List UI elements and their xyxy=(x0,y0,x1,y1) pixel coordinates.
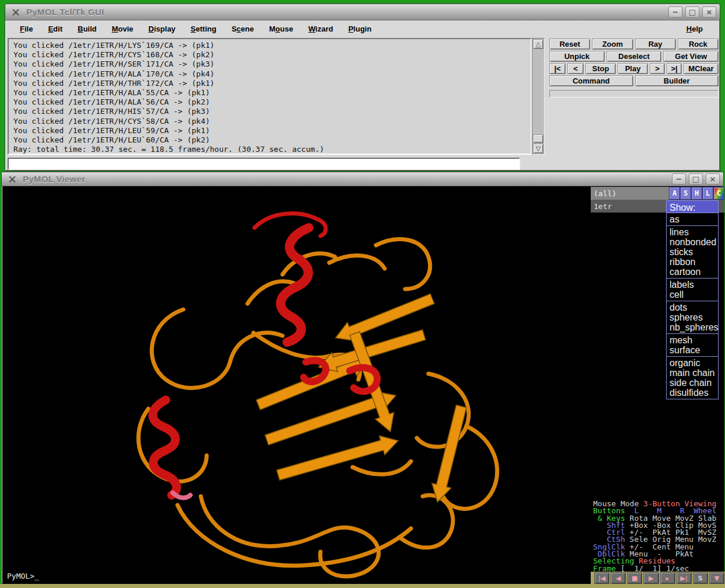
gui-button-panel: ResetZoomRayRock UnpickDeselectGet View … xyxy=(549,39,719,98)
movie-control-button[interactable]: Play xyxy=(618,63,648,74)
object-menu-button[interactable]: H xyxy=(691,187,702,200)
show-menu-item-main-chain[interactable]: main chain xyxy=(667,368,718,378)
playback-button[interactable]: ▸ xyxy=(660,572,675,584)
object-menu-button[interactable]: C xyxy=(713,187,724,200)
panel-button[interactable]: Zoom xyxy=(592,39,633,50)
viewer-titlebar[interactable]: ✕ PyMOL Viewer −□× xyxy=(2,172,723,186)
viewer-window: ✕ PyMOL Viewer −□× xyxy=(1,172,724,584)
gui-titlebar[interactable]: ✕ PyMOL Tcl/Tk GUI −□× xyxy=(5,4,720,20)
window-control-button[interactable]: □ xyxy=(685,6,699,18)
output-log[interactable]: You clicked /1etr/1ETR/H/LYS`169/CA -> (… xyxy=(8,38,532,155)
bottom-strip xyxy=(0,584,725,588)
movie-control-button[interactable]: < xyxy=(567,63,584,74)
panel-button[interactable]: Unpick xyxy=(549,51,605,62)
gui-window-title: PyMOL Tcl/Tk GUI xyxy=(26,7,104,17)
show-menu-title: Show: xyxy=(667,201,718,213)
show-menu-group: meshsurface xyxy=(667,333,718,356)
playback-button[interactable]: ◀ xyxy=(611,572,626,584)
show-menu-item-surface[interactable]: surface xyxy=(667,345,718,355)
object-name[interactable]: (all) xyxy=(594,189,616,198)
button-row-4: CommandBuilder xyxy=(549,75,719,86)
object-row-all[interactable]: (all) ASHLC xyxy=(591,187,724,200)
scrollbar-up-icon[interactable]: △ xyxy=(533,39,543,49)
show-menu-item-spheres[interactable]: spheres xyxy=(667,312,718,322)
playback-button[interactable]: ▶ xyxy=(643,572,658,584)
movie-control-button[interactable]: |< xyxy=(549,63,566,74)
menubar-item[interactable]: Movie xyxy=(104,25,141,33)
gui-window-controls: −□× xyxy=(668,6,716,18)
viewer-content: (all) ASHLC 1etr Show: aslinesnonbondeds… xyxy=(2,187,723,583)
log-line: You clicked /1etr/1ETR/H/SER`171/CA -> (… xyxy=(13,60,531,69)
show-menu-group: labelscell xyxy=(667,278,718,301)
menubar-item[interactable]: Edit xyxy=(40,25,70,33)
movie-control-button[interactable]: MClear xyxy=(684,63,719,74)
show-menu-item-nb_spheres[interactable]: nb_spheres xyxy=(667,322,718,332)
show-menu-item-cell[interactable]: cell xyxy=(667,290,718,300)
help-menu: Help xyxy=(679,25,710,33)
menubar-item[interactable]: Build xyxy=(70,25,104,33)
menubar-item[interactable]: File xyxy=(12,25,40,33)
scrollbar-down-icon[interactable]: ▽ xyxy=(533,144,543,154)
playback-button[interactable]: ▶| xyxy=(677,572,692,584)
show-menu-groups: aslinesnonbondedsticksribboncartoonlabel… xyxy=(667,213,718,399)
show-menu-item-disulfides[interactable]: disulfides xyxy=(667,388,718,398)
log-line: You clicked /1etr/1ETR/H/THR`172/CA -> (… xyxy=(13,79,531,88)
menubar-items: FileEditBuildMovieDisplaySettingSceneMou… xyxy=(12,25,379,33)
command-input[interactable] xyxy=(8,158,520,170)
menubar-item[interactable]: Mouse xyxy=(262,25,301,33)
menubar-item[interactable]: Wizard xyxy=(301,25,341,33)
movie-control-button[interactable]: >| xyxy=(667,63,682,74)
show-menu-item-side-chain[interactable]: side chain xyxy=(667,378,718,388)
show-menu-item-lines[interactable]: lines xyxy=(667,227,718,237)
viewer-command-prompt[interactable]: PyMOL>_ xyxy=(7,572,39,580)
playback-button[interactable]: ▼ xyxy=(709,572,724,584)
panel-button[interactable]: Get View xyxy=(663,51,719,62)
menubar-item-help[interactable]: Help xyxy=(679,25,710,33)
object-menu-button[interactable]: L xyxy=(702,187,713,200)
playback-button[interactable]: |◀ xyxy=(594,572,609,584)
log-scrollbar[interactable]: △ ▽ xyxy=(532,38,545,155)
scrollbar-thumb[interactable] xyxy=(533,134,543,143)
menubar-item[interactable]: Setting xyxy=(183,25,224,33)
show-menu-item-ribbon[interactable]: ribbon xyxy=(667,257,718,267)
protein-structure[interactable] xyxy=(2,187,591,584)
window-control-button[interactable]: □ xyxy=(689,173,703,185)
movie-control-button[interactable]: Stop xyxy=(585,63,616,74)
playback-controls: |◀◀■▶▸▶|S▼ xyxy=(591,572,725,584)
menubar-item[interactable]: Display xyxy=(141,25,183,33)
panel-button[interactable]: Ray xyxy=(635,39,676,50)
show-menu-item-cartoon[interactable]: cartoon xyxy=(667,267,718,277)
viewer-window-controls: −□× xyxy=(672,173,720,185)
panel-button[interactable]: Deselect xyxy=(607,51,662,62)
window-control-button[interactable]: − xyxy=(672,173,686,185)
object-menu-button[interactable]: A xyxy=(669,187,680,200)
show-menu-item-mesh[interactable]: mesh xyxy=(667,335,718,345)
show-menu-item-dots[interactable]: dots xyxy=(667,302,718,312)
playback-button[interactable]: ■ xyxy=(627,572,642,584)
show-menu-group: organicmain chainside chaindisulfides xyxy=(667,356,718,399)
object-menu-button[interactable]: S xyxy=(680,187,691,200)
gui-window: ✕ PyMOL Tcl/Tk GUI −□× FileEditBuildMovi… xyxy=(5,4,720,171)
movie-control-button[interactable]: > xyxy=(650,63,665,74)
panel-button[interactable]: Command xyxy=(549,75,633,86)
show-menu-item-organic[interactable]: organic xyxy=(667,358,718,368)
window-control-button[interactable]: − xyxy=(668,6,682,18)
window-control-button[interactable]: × xyxy=(702,6,716,18)
button-row-2: UnpickDeselectGet View xyxy=(549,51,719,62)
window-control-button[interactable]: × xyxy=(706,173,720,185)
log-line: Ray: total time: 30.37 sec. = 118.5 fram… xyxy=(13,145,531,154)
button-row-3: |<<StopPlay>>|MClear xyxy=(549,63,719,74)
panel-button[interactable]: Rock xyxy=(678,39,719,50)
menubar-item[interactable]: Plugin xyxy=(341,25,379,33)
show-menu-item-nonbonded[interactable]: nonbonded xyxy=(667,237,718,247)
panel-button[interactable]: Reset xyxy=(549,39,590,50)
show-menu-item-as[interactable]: as xyxy=(667,214,718,224)
playback-button[interactable]: S xyxy=(693,572,708,584)
x11-logo-icon: ✕ xyxy=(8,173,17,186)
show-menu-item-labels[interactable]: labels xyxy=(667,280,718,290)
log-line: You clicked /1etr/1ETR/H/LEU`59/CA -> (p… xyxy=(13,126,531,135)
show-menu-item-sticks[interactable]: sticks xyxy=(667,247,718,257)
panel-button[interactable]: Builder xyxy=(635,75,719,86)
object-name[interactable]: 1etr xyxy=(594,202,612,211)
menubar-item[interactable]: Scene xyxy=(224,25,262,33)
